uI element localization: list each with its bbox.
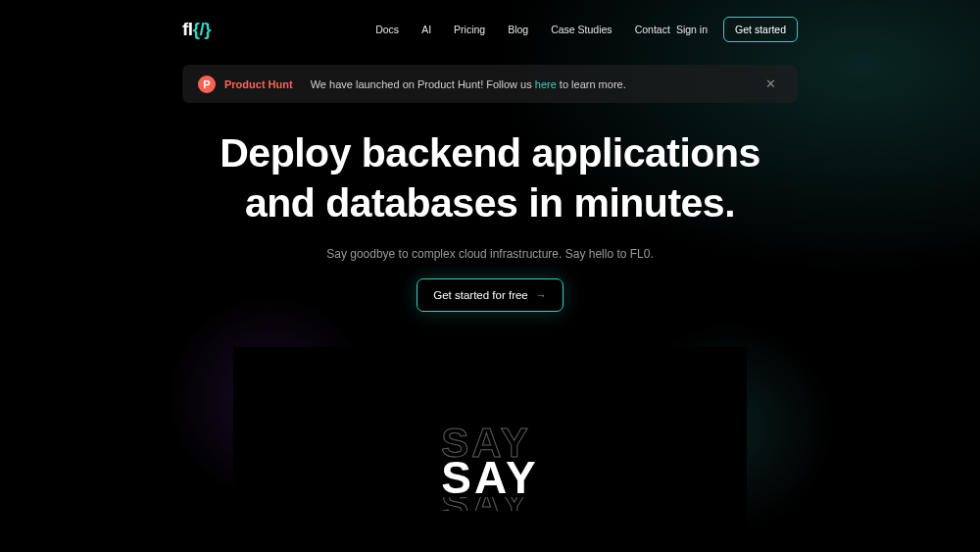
nav-pricing[interactable]: Pricing	[454, 24, 485, 35]
arrow-right-icon: →	[536, 289, 547, 301]
header: fl{/} Docs AI Pricing Blog Case Studies …	[0, 0, 980, 45]
hero-title-line1: Deploy backend applications	[220, 130, 760, 176]
nav-ai[interactable]: AI	[421, 24, 431, 35]
say-text-graphic: SAY SAY SAY	[441, 427, 538, 511]
cta-get-started-button[interactable]: Get started for free →	[416, 278, 564, 312]
nav-contact[interactable]: Contact	[635, 24, 670, 35]
hero-title: Deploy backend applications and database…	[0, 128, 980, 229]
video-preview[interactable]: SAY SAY SAY	[233, 347, 747, 553]
say-fill: SAY	[441, 459, 538, 497]
product-hunt-icon: P	[198, 75, 216, 93]
close-banner-button[interactable]: ✕	[760, 75, 782, 93]
header-right: Sign in Get started	[676, 17, 798, 42]
say-outline-bottom: SAY	[441, 497, 538, 511]
get-started-button[interactable]: Get started	[723, 17, 798, 42]
nav-case-studies[interactable]: Case Studies	[551, 24, 612, 35]
banner-text-before: We have launched on Product Hunt! Follow…	[311, 78, 535, 90]
banner-text: We have launched on Product Hunt! Follow…	[311, 78, 626, 90]
nav-blog[interactable]: Blog	[508, 24, 528, 35]
product-hunt-label: Product Hunt	[224, 78, 293, 90]
nav-docs[interactable]: Docs	[375, 24, 399, 35]
cta-label: Get started for free	[433, 289, 528, 301]
hero-section: Deploy backend applications and database…	[0, 128, 980, 312]
signin-link[interactable]: Sign in	[676, 24, 708, 35]
logo[interactable]: fl{/}	[182, 19, 211, 40]
banner-link[interactable]: here	[535, 78, 557, 90]
banner-text-after: to learn more.	[557, 78, 626, 90]
announcement-banner: P Product Hunt We have launched on Produ…	[182, 65, 798, 103]
hero-subtitle: Say goodbye to complex cloud infrastruct…	[0, 247, 980, 261]
logo-bracket: {/}	[193, 19, 212, 40]
logo-text-prefix: fl	[182, 19, 193, 40]
main-nav: Docs AI Pricing Blog Case Studies Contac…	[375, 24, 670, 35]
hero-title-line2: and databases in minutes.	[245, 180, 735, 226]
